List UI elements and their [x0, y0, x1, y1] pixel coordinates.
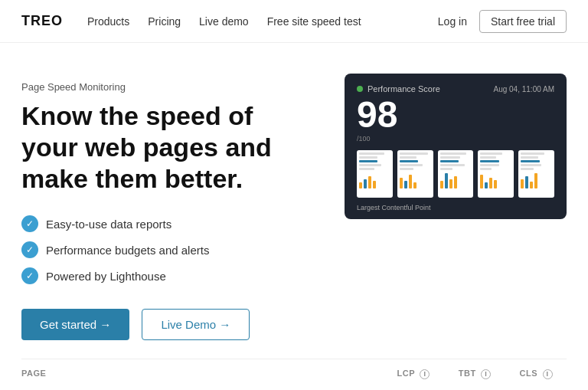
score-sub: /100 [357, 135, 554, 143]
get-started-button[interactable]: Get started → [21, 309, 129, 340]
check-icon-3: ✓ [21, 267, 38, 284]
thumb-2 [397, 150, 433, 198]
thumb-4 [478, 150, 514, 198]
thumb-3 [438, 150, 474, 198]
thumbnails [357, 150, 554, 198]
col-header-page: PAGE [21, 369, 383, 379]
nav-actions: Log in Start free trial [438, 10, 567, 33]
performance-score: 98 [357, 97, 554, 133]
start-free-trial-button[interactable]: Start free trial [479, 10, 567, 33]
feature-list: ✓ Easy-to-use data reports ✓ Performance… [21, 215, 279, 284]
nav-links: Products Pricing Live demo Free site spe… [87, 15, 438, 28]
col-header-lcp: LCP i [383, 369, 444, 379]
feature-item-1: ✓ Easy-to-use data reports [21, 215, 279, 232]
dashboard-date: Aug 04, 11:00 AM [493, 85, 554, 93]
lcp-info-icon[interactable]: i [420, 369, 430, 379]
hero-title: Know the speed of your web pages and mak… [21, 100, 279, 194]
navbar: TREO Products Pricing Live demo Free sit… [0, 0, 588, 43]
thumb-5 [518, 150, 554, 198]
login-link[interactable]: Log in [438, 15, 467, 28]
check-icon-1: ✓ [21, 215, 38, 232]
col-header-cls: CLS i [505, 369, 567, 379]
feature-item-3: ✓ Powered by Lighthouse [21, 267, 279, 284]
col-header-tbt: TBT i [444, 369, 505, 379]
hero-left: Page Speed Monitoring Know the speed of … [21, 81, 279, 340]
performance-score-label: Performance Score [368, 84, 440, 93]
table-section: PAGE LCP i TBT i CLS i [0, 340, 588, 379]
nav-products[interactable]: Products [87, 15, 129, 28]
status-dot [357, 86, 363, 92]
lcp-label: Largest Contentful Point [357, 204, 554, 211]
dashboard-card: Performance Score Aug 04, 11:00 AM 98 /1… [345, 74, 567, 219]
nav-pricing[interactable]: Pricing [148, 15, 181, 28]
nav-speed-test[interactable]: Free site speed test [267, 15, 361, 28]
hero-subtitle: Page Speed Monitoring [21, 81, 279, 93]
feature-label-1: Easy-to-use data reports [46, 218, 172, 231]
feature-item-2: ✓ Performance budgets and alerts [21, 241, 279, 258]
hero-section: Page Speed Monitoring Know the speed of … [0, 43, 588, 340]
live-demo-button[interactable]: Live Demo → [142, 309, 250, 340]
card-header: Performance Score Aug 04, 11:00 AM [357, 84, 554, 93]
cls-info-icon[interactable]: i [543, 369, 553, 379]
card-header-left: Performance Score [357, 84, 440, 93]
feature-label-2: Performance budgets and alerts [46, 244, 209, 257]
logo[interactable]: TREO [21, 13, 63, 29]
check-icon-2: ✓ [21, 241, 38, 258]
table-header: PAGE LCP i TBT i CLS i [21, 359, 567, 379]
thumb-1 [357, 150, 393, 198]
tbt-info-icon[interactable]: i [481, 369, 491, 379]
feature-label-3: Powered by Lighthouse [46, 270, 166, 283]
hero-right: Performance Score Aug 04, 11:00 AM 98 /1… [309, 81, 567, 340]
nav-live-demo[interactable]: Live demo [199, 15, 249, 28]
hero-buttons: Get started → Live Demo → [21, 309, 279, 340]
